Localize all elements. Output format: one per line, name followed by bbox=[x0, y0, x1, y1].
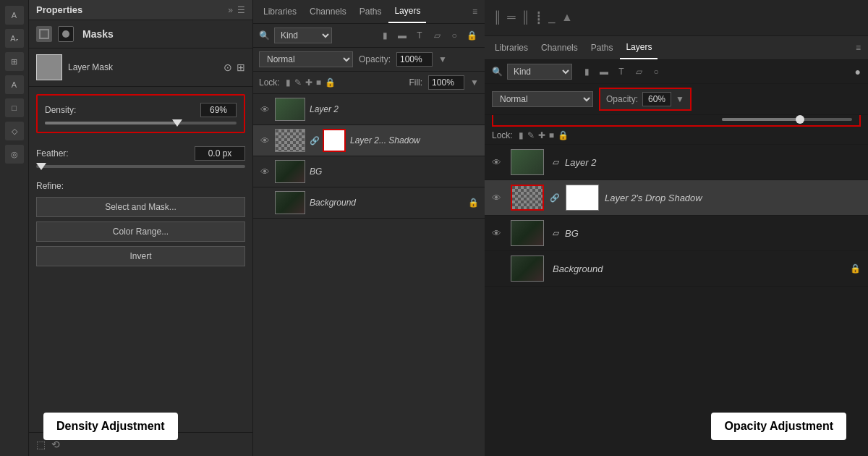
feather-slider-thumb[interactable] bbox=[36, 163, 46, 170]
paint-icon[interactable]: ⟲ bbox=[51, 439, 60, 450]
select-icon[interactable]: ⬚ bbox=[36, 439, 46, 450]
lock-move-icon[interactable]: ✚ bbox=[305, 77, 312, 88]
tab-libraries-right[interactable]: Libraries bbox=[489, 37, 534, 59]
tab-channels-right[interactable]: Channels bbox=[535, 37, 584, 59]
shape-filter-icon-r[interactable]: ▱ bbox=[631, 64, 646, 79]
invert-button[interactable]: Invert bbox=[36, 246, 245, 266]
kind-select-right[interactable]: Kind bbox=[507, 64, 572, 80]
right-layer-item-background[interactable]: 👁 Background 🔒 bbox=[485, 251, 868, 287]
right-tabs-row: Libraries Channels Paths Layers ≡ bbox=[485, 36, 868, 60]
lock-artboard-icon-r[interactable]: ■ bbox=[549, 130, 554, 140]
density-slider-thumb[interactable] bbox=[172, 119, 182, 127]
tab-paths-right[interactable]: Paths bbox=[585, 37, 619, 59]
r-smart-icon-bg: ▱ bbox=[553, 228, 559, 238]
lock-pixels-icon[interactable]: ▮ bbox=[286, 77, 291, 88]
lock-brush-icon[interactable]: ✎ bbox=[294, 77, 302, 88]
pixel-filter-icon[interactable]: ▮ bbox=[378, 28, 392, 43]
properties-header: Properties » ☰ bbox=[29, 0, 252, 20]
fill-arrow-left[interactable]: ▼ bbox=[470, 77, 479, 88]
blend-mode-select-left[interactable]: Normal bbox=[259, 51, 353, 67]
right-layer-item-shadow[interactable]: 👁 🔗 Layer 2's Drop Shadow bbox=[485, 180, 868, 216]
r-thumb-layer2 bbox=[511, 149, 544, 175]
eye-icon[interactable]: 👁 bbox=[259, 104, 271, 115]
align-left-icon[interactable]: ║ bbox=[493, 11, 501, 25]
lock-all-icon[interactable]: 🔒 bbox=[325, 77, 336, 88]
align-top-icon[interactable]: ┋ bbox=[535, 11, 542, 25]
opacity-slider-right[interactable] bbox=[722, 118, 852, 121]
tool-text[interactable]: A bbox=[5, 75, 24, 94]
select-mask-button[interactable]: Select and Mask... bbox=[36, 197, 245, 217]
expand-icon[interactable]: » bbox=[228, 5, 233, 15]
tool-fill[interactable]: ◎ bbox=[5, 145, 24, 164]
tool-transform[interactable]: ⊞ bbox=[5, 52, 24, 71]
layers-menu-icon-right[interactable]: ≡ bbox=[853, 40, 864, 56]
tool-shape[interactable]: □ bbox=[5, 98, 24, 117]
align-icons: ║ ═ ║ ┋ ⎯ ▲ bbox=[493, 11, 573, 25]
align-center-h-icon[interactable]: ═ bbox=[507, 11, 515, 25]
opacity-arrow-left[interactable]: ▼ bbox=[438, 54, 447, 64]
menu-icon[interactable]: ☰ bbox=[237, 5, 245, 15]
right-layer-item-layer2[interactable]: 👁 ▱ Layer 2 bbox=[485, 145, 868, 180]
tool-brush[interactable]: Aᵣ bbox=[5, 29, 24, 48]
eye-icon-rshadow[interactable]: 👁 bbox=[492, 193, 505, 203]
text-filter-icon[interactable]: T bbox=[412, 28, 427, 43]
pixel-filter-icon-r[interactable]: ▮ bbox=[579, 64, 594, 79]
lock-move-icon-r[interactable]: ✚ bbox=[538, 130, 545, 140]
text-filter-icon-r[interactable]: T bbox=[614, 64, 629, 79]
opacity-value-right[interactable]: 60% bbox=[642, 92, 671, 106]
adjustment-filter-icon[interactable]: ▬ bbox=[395, 28, 409, 43]
mask-circle-icon[interactable]: ⊙ bbox=[224, 62, 232, 73]
opacity-dropdown-icon[interactable]: ▼ bbox=[676, 94, 684, 104]
density-value[interactable]: 69% bbox=[200, 103, 237, 117]
mask-pixels-icon[interactable]: ⊞ bbox=[237, 62, 245, 73]
density-slider[interactable] bbox=[45, 122, 237, 124]
left-layers-panel: Libraries Channels Paths Layers ≡ 🔍 Kind… bbox=[253, 0, 485, 456]
feather-slider[interactable] bbox=[36, 165, 245, 168]
color-range-button[interactable]: Color Range... bbox=[36, 221, 245, 242]
lock-filter-icon[interactable]: 🔒 bbox=[464, 28, 479, 43]
layers-menu-icon-left[interactable]: ≡ bbox=[469, 4, 480, 20]
lock-all-icon-r[interactable]: 🔒 bbox=[558, 130, 569, 140]
feather-value[interactable]: 0.0 px bbox=[195, 146, 245, 161]
tab-libraries-left[interactable]: Libraries bbox=[258, 1, 302, 22]
layer-thumb-background bbox=[275, 191, 305, 214]
layer-item-background-left[interactable]: 👁 Background 🔒 bbox=[253, 187, 485, 219]
adjustment-filter-icon-r[interactable]: ▬ bbox=[597, 64, 611, 79]
eye-icon-rbg2: 👁 bbox=[492, 263, 505, 274]
tab-channels-left[interactable]: Channels bbox=[304, 1, 352, 22]
right-layer-item-bg[interactable]: 👁 ▱ BG bbox=[485, 216, 868, 251]
lock-icons-right: ▮ ✎ ✚ ■ 🔒 bbox=[519, 130, 569, 140]
eye-icon-bg[interactable]: 👁 bbox=[259, 166, 271, 177]
opacity-value-left[interactable]: 100% bbox=[396, 52, 433, 67]
eye-icon-rbg[interactable]: 👁 bbox=[492, 228, 505, 239]
mask-vector-icon[interactable] bbox=[58, 26, 74, 42]
align-bottom-icon[interactable]: ▲ bbox=[561, 11, 573, 25]
tab-paths-left[interactable]: Paths bbox=[354, 1, 388, 22]
smart-filter-icon-r[interactable]: ○ bbox=[649, 64, 663, 79]
tool-select[interactable]: A bbox=[5, 6, 24, 25]
layer-item-bg-left[interactable]: 👁 BG bbox=[253, 156, 485, 187]
kind-select-left[interactable]: Kind bbox=[274, 28, 332, 43]
layer-item-shadow-left[interactable]: 👁 🔗 Layer 2... Shadow bbox=[253, 125, 485, 156]
fill-value-left[interactable]: 100% bbox=[428, 75, 464, 90]
search-icon-left: 🔍 bbox=[259, 30, 270, 41]
lock-brush-icon-r[interactable]: ✎ bbox=[527, 130, 535, 140]
layer-name-bg: BG bbox=[310, 166, 322, 177]
opacity-slider-thumb[interactable] bbox=[796, 115, 804, 124]
tab-layers-left[interactable]: Layers bbox=[388, 0, 426, 23]
smart-filter-icon[interactable]: ○ bbox=[447, 28, 461, 43]
shape-filter-icon[interactable]: ▱ bbox=[430, 28, 444, 43]
tool-path[interactable]: ◇ bbox=[5, 122, 24, 140]
align-right-icon[interactable]: ║ bbox=[522, 11, 529, 25]
eye-icon-shadow[interactable]: 👁 bbox=[259, 135, 271, 146]
lock-pixels-icon-r[interactable]: ▮ bbox=[519, 130, 524, 140]
eye-icon-r2[interactable]: 👁 bbox=[492, 157, 505, 168]
layer-item-layer2-left[interactable]: 👁 Layer 2 bbox=[253, 94, 485, 125]
blend-mode-select-right[interactable]: Normal bbox=[492, 91, 593, 107]
lock-label-left: Lock: bbox=[259, 77, 280, 88]
tab-layers-right[interactable]: Layers bbox=[620, 36, 658, 59]
right-section: ║ ═ ║ ┋ ⎯ ▲ Libraries Channels Paths Lay… bbox=[485, 0, 868, 456]
lock-artboard-icon[interactable]: ■ bbox=[316, 77, 321, 88]
align-center-v-icon[interactable]: ⎯ bbox=[548, 11, 556, 25]
mask-pixel-icon[interactable] bbox=[36, 26, 52, 42]
